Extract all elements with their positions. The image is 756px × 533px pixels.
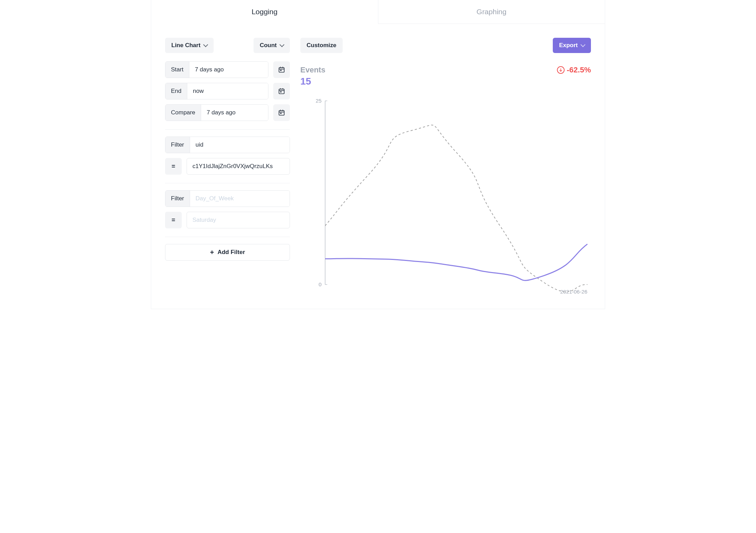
chevron-down-icon: [581, 42, 585, 47]
plus-icon: +: [210, 249, 214, 256]
chart-type-label: Line Chart: [171, 42, 200, 49]
filter-label: Filter: [165, 191, 190, 207]
customize-button[interactable]: Customize: [300, 38, 343, 53]
filter-label: Filter: [165, 137, 190, 153]
calendar-icon: [278, 88, 285, 95]
metric-delta: -62.5%: [557, 65, 591, 75]
sidebar: Line Chart Count Start E: [165, 38, 300, 295]
svg-rect-0: [279, 68, 284, 72]
start-input[interactable]: [189, 62, 268, 78]
svg-rect-10: [279, 111, 284, 115]
divider: [165, 129, 290, 130]
svg-rect-14: [281, 113, 282, 114]
filter-value-input[interactable]: [187, 212, 290, 228]
add-filter-label: Add Filter: [217, 249, 245, 256]
app-panel: Logging Graphing Line Chart Count Start: [151, 0, 605, 309]
svg-text:2021-06-26: 2021-06-26: [560, 289, 587, 295]
export-label: Export: [559, 42, 578, 49]
metric-delta-value: -62.5%: [567, 65, 591, 75]
end-input[interactable]: [187, 83, 268, 99]
svg-text:25: 25: [316, 98, 321, 104]
filter-key-input[interactable]: [190, 137, 290, 153]
chevron-down-icon: [203, 42, 208, 47]
chart-type-dropdown[interactable]: Line Chart: [165, 38, 214, 53]
svg-rect-4: [281, 70, 282, 71]
content: Line Chart Count Start E: [151, 24, 605, 309]
chart-svg: 0252021-06-26: [300, 97, 591, 295]
filter-operator-button[interactable]: =: [165, 212, 182, 228]
add-filter-button[interactable]: + Add Filter: [165, 244, 290, 261]
start-datepicker-button[interactable]: [273, 61, 290, 78]
main: Customize Export Events 15 -62.5%: [300, 38, 591, 295]
divider: [165, 183, 290, 183]
compare-label: Compare: [165, 105, 201, 121]
start-date-field: Start: [165, 61, 268, 78]
svg-rect-5: [279, 89, 284, 94]
compare-datepicker-button[interactable]: [273, 104, 290, 121]
svg-text:0: 0: [319, 281, 322, 287]
tab-logging[interactable]: Logging: [151, 0, 378, 24]
filter-value-input[interactable]: [187, 158, 290, 175]
filter-operator-button[interactable]: =: [165, 158, 182, 175]
filter-key-input[interactable]: [190, 191, 290, 207]
export-button[interactable]: Export: [553, 38, 591, 53]
compare-date-field: Compare: [165, 104, 268, 121]
filter-key-field: Filter: [165, 190, 290, 207]
end-datepicker-button[interactable]: [273, 83, 290, 99]
tab-graphing[interactable]: Graphing: [378, 0, 605, 24]
aggregation-label: Count: [260, 42, 277, 49]
calendar-icon: [278, 109, 285, 116]
chart: 0252021-06-26: [300, 97, 591, 295]
compare-input[interactable]: [201, 105, 268, 121]
metric-label: Events: [300, 65, 325, 75]
svg-rect-9: [281, 91, 282, 93]
filter-key-field: Filter: [165, 137, 290, 153]
aggregation-dropdown[interactable]: Count: [254, 38, 290, 53]
divider: [165, 237, 290, 237]
arrow-down-circle-icon: [557, 66, 565, 74]
tab-bar: Logging Graphing: [151, 0, 605, 24]
chevron-down-icon: [280, 42, 284, 47]
end-label: End: [165, 83, 187, 99]
end-date-field: End: [165, 83, 268, 99]
customize-label: Customize: [307, 42, 336, 49]
start-label: Start: [165, 62, 189, 78]
metric-block: Events 15 -62.5%: [300, 65, 591, 87]
metric-value: 15: [300, 76, 325, 87]
calendar-icon: [278, 66, 285, 73]
